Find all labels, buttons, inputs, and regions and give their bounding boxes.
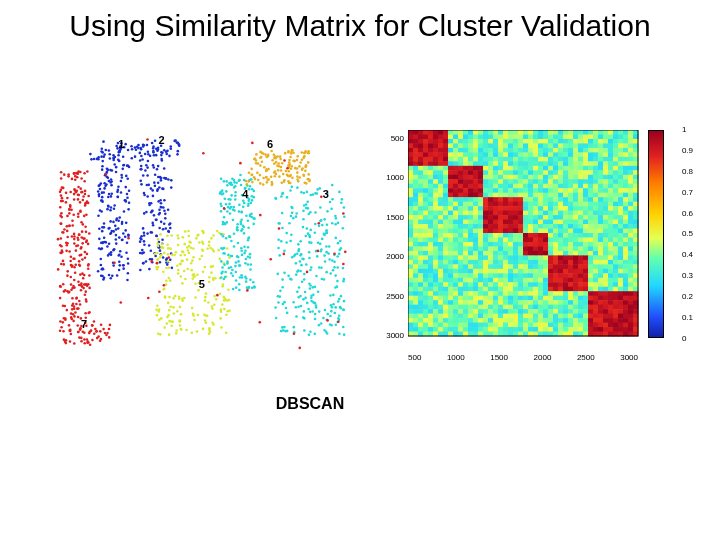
svg-point-239 bbox=[83, 342, 86, 345]
svg-rect-2816 bbox=[458, 255, 464, 260]
svg-point-740 bbox=[169, 279, 172, 282]
svg-point-615 bbox=[166, 150, 169, 153]
svg-point-293 bbox=[115, 166, 118, 169]
svg-rect-2147 bbox=[563, 188, 569, 193]
svg-point-1459 bbox=[335, 217, 338, 220]
svg-rect-3038 bbox=[418, 278, 424, 283]
svg-rect-1917 bbox=[563, 166, 569, 171]
svg-point-911 bbox=[230, 272, 233, 275]
svg-rect-2140 bbox=[528, 188, 534, 193]
svg-point-871 bbox=[224, 297, 227, 300]
svg-rect-3078 bbox=[618, 278, 624, 283]
svg-rect-2533 bbox=[423, 229, 429, 234]
svg-rect-2290 bbox=[588, 202, 594, 207]
svg-rect-1603 bbox=[603, 134, 609, 139]
svg-rect-2746 bbox=[568, 246, 574, 251]
svg-point-1343 bbox=[309, 311, 312, 314]
svg-point-705 bbox=[159, 333, 162, 336]
svg-rect-3237 bbox=[493, 296, 499, 301]
svg-point-1289 bbox=[314, 286, 317, 289]
svg-point-974 bbox=[233, 209, 236, 212]
svg-point-109 bbox=[81, 230, 84, 233]
svg-rect-2185 bbox=[523, 193, 529, 198]
svg-point-423 bbox=[98, 195, 101, 198]
svg-rect-1564 bbox=[408, 134, 414, 139]
svg-rect-1859 bbox=[503, 161, 509, 166]
svg-point-1316 bbox=[281, 227, 284, 230]
svg-rect-3572 bbox=[558, 327, 564, 332]
svg-point-459 bbox=[101, 196, 104, 199]
svg-rect-3412 bbox=[448, 314, 454, 319]
svg-point-457 bbox=[113, 204, 116, 207]
svg-rect-1723 bbox=[513, 148, 519, 153]
svg-rect-3343 bbox=[563, 305, 569, 310]
svg-rect-2710 bbox=[618, 242, 624, 247]
svg-rect-1590 bbox=[538, 134, 544, 139]
svg-rect-2114 bbox=[628, 184, 634, 189]
svg-rect-3533 bbox=[593, 323, 599, 328]
svg-point-421 bbox=[99, 209, 102, 212]
svg-rect-3322 bbox=[458, 305, 464, 310]
svg-rect-3028 bbox=[598, 273, 604, 278]
svg-rect-3310 bbox=[628, 300, 634, 305]
svg-point-1028 bbox=[253, 217, 256, 220]
svg-point-1389 bbox=[283, 250, 286, 253]
svg-point-888 bbox=[164, 296, 167, 299]
svg-point-186 bbox=[76, 172, 79, 175]
svg-rect-2968 bbox=[528, 269, 534, 274]
svg-rect-2227 bbox=[503, 197, 509, 202]
svg-point-727 bbox=[170, 234, 173, 237]
svg-rect-1950 bbox=[498, 170, 504, 175]
svg-rect-1548 bbox=[558, 130, 564, 135]
svg-point-1288 bbox=[275, 317, 278, 320]
svg-rect-1621 bbox=[463, 139, 469, 144]
svg-rect-2671 bbox=[423, 242, 429, 247]
svg-rect-1863 bbox=[523, 161, 529, 166]
svg-rect-1869 bbox=[553, 161, 559, 166]
svg-rect-2680 bbox=[468, 242, 474, 247]
svg-rect-3367 bbox=[453, 309, 459, 314]
svg-rect-2701 bbox=[573, 242, 579, 247]
svg-rect-3125 bbox=[623, 282, 629, 287]
svg-point-1483 bbox=[91, 324, 94, 327]
svg-rect-2215 bbox=[443, 197, 449, 202]
svg-rect-3342 bbox=[558, 305, 564, 310]
svg-rect-3085 bbox=[423, 282, 429, 287]
svg-rect-2280 bbox=[538, 202, 544, 207]
svg-rect-2615 bbox=[603, 233, 609, 238]
svg-point-291 bbox=[127, 262, 130, 265]
svg-rect-1574 bbox=[458, 134, 464, 139]
svg-point-1435 bbox=[317, 290, 320, 293]
svg-point-216 bbox=[59, 297, 62, 300]
svg-rect-3253 bbox=[573, 296, 579, 301]
svg-rect-1620 bbox=[458, 139, 464, 144]
svg-point-1460 bbox=[296, 252, 299, 255]
svg-rect-2428 bbox=[588, 215, 594, 220]
svg-point-1273 bbox=[325, 245, 328, 248]
svg-rect-2471 bbox=[573, 220, 579, 225]
svg-rect-2341 bbox=[613, 206, 619, 211]
svg-rect-3029 bbox=[603, 273, 609, 278]
svg-point-403 bbox=[99, 258, 102, 261]
svg-rect-2587 bbox=[463, 233, 469, 238]
svg-point-1437 bbox=[320, 248, 323, 251]
svg-rect-3358 bbox=[408, 309, 414, 314]
svg-rect-2079 bbox=[453, 184, 459, 189]
svg-rect-2678 bbox=[458, 242, 464, 247]
svg-rect-2016 bbox=[598, 175, 604, 180]
svg-rect-2878 bbox=[538, 260, 544, 265]
svg-point-1497 bbox=[251, 142, 254, 145]
svg-rect-3313 bbox=[413, 305, 419, 310]
svg-rect-2399 bbox=[443, 215, 449, 220]
svg-rect-3108 bbox=[538, 282, 544, 287]
svg-point-1247 bbox=[295, 262, 298, 265]
svg-rect-2122 bbox=[438, 188, 444, 193]
svg-rect-2997 bbox=[443, 273, 449, 278]
svg-point-154 bbox=[71, 297, 74, 300]
svg-rect-3441 bbox=[593, 314, 599, 319]
svg-point-461 bbox=[124, 143, 127, 146]
svg-rect-2515 bbox=[563, 224, 569, 229]
svg-rect-2131 bbox=[483, 188, 489, 193]
svg-rect-2578 bbox=[418, 233, 424, 238]
svg-rect-2219 bbox=[463, 197, 469, 202]
